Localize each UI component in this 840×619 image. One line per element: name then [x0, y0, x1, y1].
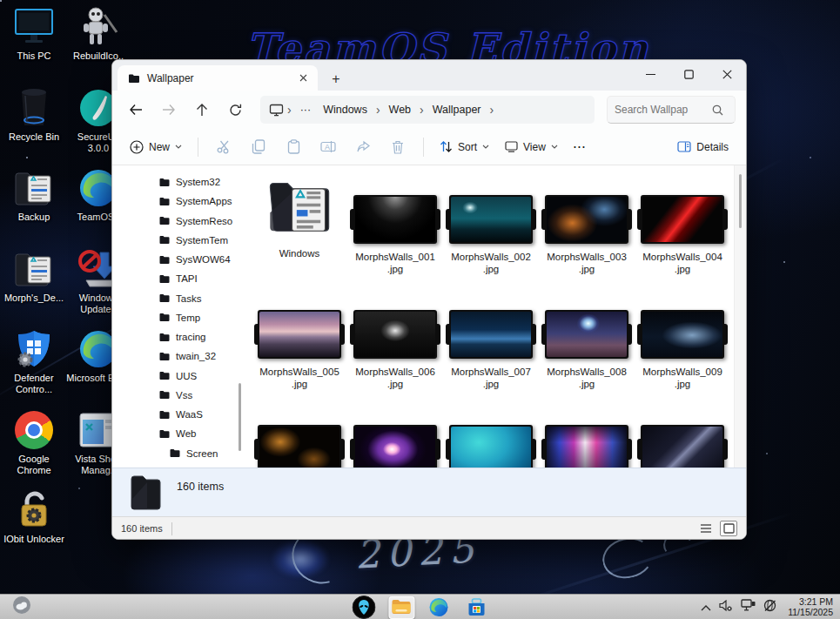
taskbar-file-explorer-icon[interactable]	[388, 596, 414, 619]
network-ethernet-icon[interactable]	[741, 599, 756, 615]
tree-item-waas[interactable]: WaaS	[112, 405, 243, 424]
up-button[interactable]	[187, 96, 217, 124]
folder-icon	[128, 73, 140, 84]
tree-item-systemapps[interactable]: SystemApps	[112, 192, 243, 211]
breadcrumb-segment-web[interactable]: Web	[384, 101, 416, 118]
share-button[interactable]	[349, 134, 377, 160]
cut-button[interactable]	[210, 134, 238, 160]
desktop-icon-defender[interactable]: Defender Contro...	[2, 324, 66, 405]
tree-item-twain32[interactable]: twain_32	[112, 347, 243, 366]
start-button-alien-icon[interactable]	[351, 596, 377, 619]
toolbar-separator	[198, 138, 198, 157]
folder-icon	[159, 197, 170, 206]
taskbar-edge-icon[interactable]	[426, 596, 452, 619]
explorer-tab-wallpaper[interactable]: Wallpaper	[118, 65, 318, 91]
file-item-windows-folder[interactable]: Windows	[252, 169, 347, 284]
file-item[interactable]	[347, 399, 443, 468]
new-tab-button[interactable]: +	[325, 68, 347, 91]
clock[interactable]: 3:21 PM 11/15/2025	[788, 596, 833, 617]
tree-item-wallpaper[interactable]: Wallpaper	[112, 463, 243, 468]
new-button[interactable]: New	[123, 135, 189, 159]
desktop-icon-chrome[interactable]: Google Chrome	[2, 405, 66, 486]
tab-strip: Wallpaper +	[112, 60, 746, 91]
tree-item-systemresources[interactable]: SystemReso	[112, 212, 243, 231]
file-item[interactable]	[252, 399, 347, 468]
file-item[interactable]	[443, 399, 539, 468]
search-input[interactable]	[615, 104, 712, 116]
desktop-icon-label: Google Chrome	[2, 454, 66, 476]
file-item[interactable]: MorphsWalls_002.jpg	[443, 169, 539, 284]
tab-close-icon[interactable]	[295, 71, 311, 86]
breadcrumb-segment-wallpaper[interactable]: Wallpaper	[427, 101, 487, 118]
file-item[interactable]: MorphsWalls_003.jpg	[539, 169, 635, 284]
desktop-icon-recycle-bin[interactable]: Recycle Bin	[2, 83, 66, 164]
refresh-button[interactable]	[220, 96, 250, 124]
sort-button[interactable]: Sort	[433, 135, 496, 158]
tree-item-systemtemp[interactable]: SystemTem	[112, 231, 243, 250]
image-thumbnail	[642, 427, 722, 468]
file-ext: .jpg	[579, 264, 595, 274]
file-item[interactable]: MorphsWalls_009.jpg	[635, 284, 730, 399]
folder-icon	[159, 274, 170, 284]
close-button[interactable]	[708, 60, 746, 88]
tree-item-vss[interactable]: Vss	[112, 386, 243, 405]
desktop-icon-morphs[interactable]: Morph's_De...	[2, 244, 66, 325]
tray-chevron-up-icon[interactable]	[701, 599, 711, 615]
details-view-toggle-icon[interactable]	[697, 521, 715, 536]
rename-button[interactable]: A	[314, 134, 342, 160]
details-pane-toggle-button[interactable]: Details	[670, 136, 736, 158]
tree-item-temp[interactable]: Temp	[112, 308, 243, 327]
paste-button[interactable]	[279, 134, 307, 160]
folder-icon	[159, 255, 170, 265]
this-pc-icon[interactable]	[269, 104, 284, 117]
this-pc-monitor-icon	[12, 5, 56, 49]
desktop-icon-iobit-unlocker[interactable]: IObit Unlocker	[2, 485, 66, 566]
system-tray: 3:21 PM 11/15/2025	[701, 596, 833, 617]
desktop-icon-this-pc[interactable]: This PC	[2, 2, 66, 83]
delete-button[interactable]	[384, 134, 412, 160]
desktop-icon-backup[interactable]: Backup	[2, 163, 66, 244]
tree-item-tracing[interactable]: tracing	[112, 327, 243, 347]
no-internet-globe-icon[interactable]	[763, 599, 776, 616]
back-button[interactable]	[121, 96, 151, 124]
file-item[interactable]: MorphsWalls_001.jpg	[347, 169, 443, 284]
file-item[interactable]: MorphsWalls_008.jpg	[539, 284, 635, 399]
weather-widget[interactable]	[12, 595, 31, 618]
more-options-button[interactable]: ···	[567, 136, 594, 158]
breadcrumb-chevron-icon: ›	[488, 103, 496, 117]
volume-muted-icon[interactable]	[719, 599, 733, 615]
file-item[interactable]: MorphsWalls_007.jpg	[443, 284, 539, 399]
tree-item-screen[interactable]: Screen	[112, 444, 243, 463]
file-item[interactable]: MorphsWalls_004.jpg	[635, 169, 730, 284]
minimize-button[interactable]	[631, 60, 669, 88]
breadcrumb-overflow[interactable]: ···	[295, 101, 317, 118]
sidebar-scrollbar-thumb[interactable]	[239, 383, 241, 451]
folder-icon	[159, 216, 170, 225]
image-thumbnail-frame	[641, 310, 724, 359]
tree-item-tasks[interactable]: Tasks	[112, 289, 243, 308]
content-scrollbar-track[interactable]	[734, 165, 746, 468]
folder-icon	[159, 178, 170, 187]
file-item[interactable]	[539, 399, 635, 468]
tree-item-system32[interactable]: System32	[112, 172, 243, 192]
image-thumbnail-frame	[449, 310, 533, 359]
file-ext: .jpg	[483, 379, 500, 389]
forward-button[interactable]	[154, 96, 184, 124]
content-scrollbar-thumb[interactable]	[739, 174, 742, 228]
maximize-button[interactable]	[669, 60, 708, 88]
image-thumbnail	[451, 197, 531, 242]
tree-item-syswow64[interactable]: SysWOW64	[112, 250, 243, 269]
taskbar-store-icon[interactable]	[463, 596, 489, 619]
file-item[interactable]: MorphsWalls_005.jpg	[252, 284, 347, 399]
windows-folder-icon	[265, 176, 334, 240]
file-item[interactable]: MorphsWalls_006.jpg	[347, 284, 443, 399]
tree-item-tapi[interactable]: TAPI	[112, 269, 243, 288]
image-thumbnail-frame	[545, 425, 628, 468]
file-item[interactable]	[635, 399, 730, 468]
tree-item-uus[interactable]: UUS	[112, 367, 243, 386]
copy-button[interactable]	[245, 134, 272, 160]
tree-item-web[interactable]: Web	[112, 424, 243, 443]
view-button[interactable]: View	[498, 136, 565, 158]
breadcrumb-segment-windows[interactable]: Windows	[318, 101, 373, 118]
large-icons-view-toggle-icon[interactable]	[720, 521, 737, 536]
